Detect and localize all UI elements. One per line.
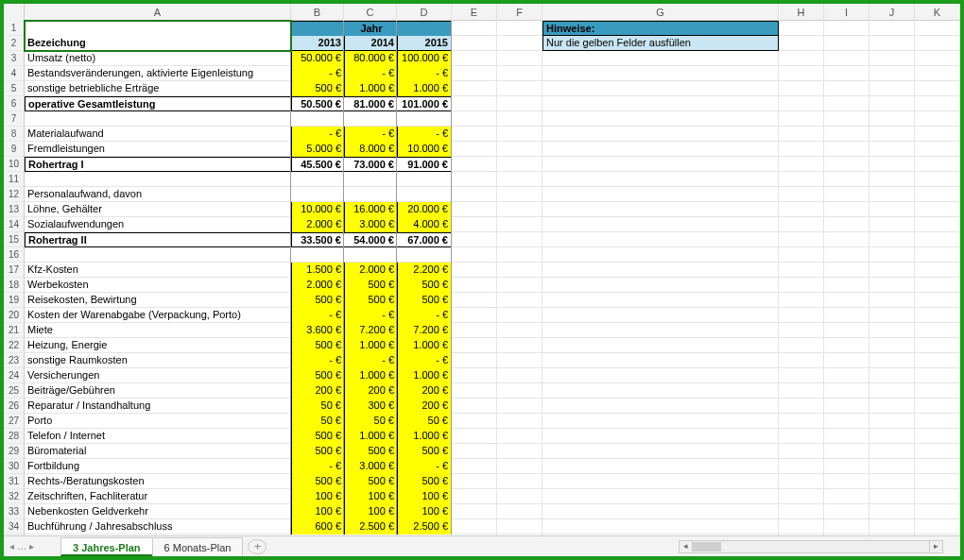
- col-header-J[interactable]: J: [869, 4, 915, 21]
- row-19-label[interactable]: Reisekosten, Bewirtung: [25, 293, 291, 308]
- row-25-label[interactable]: Beiträge/Gebühren: [25, 383, 291, 399]
- row-13-label[interactable]: Löhne, Gehälter: [25, 202, 291, 217]
- row-24-label[interactable]: Versicherungen: [25, 368, 291, 383]
- tab-next-icon[interactable]: ▸: [29, 541, 34, 552]
- row-19-val-2[interactable]: 500 €: [397, 293, 452, 308]
- row-3-val-0[interactable]: 50.000 €: [291, 51, 344, 66]
- scroll-left-icon[interactable]: ◂: [680, 541, 693, 552]
- row-23-val-1[interactable]: - €: [344, 353, 397, 368]
- row-header-21[interactable]: 21: [4, 323, 24, 338]
- row-12-val-1[interactable]: [344, 187, 397, 202]
- row-28-val-1[interactable]: 1.000 €: [344, 429, 397, 444]
- row-28-label[interactable]: Telefon / Internet: [25, 429, 291, 444]
- row-24-val-1[interactable]: 1.000 €: [344, 368, 397, 383]
- row-header-20[interactable]: 20: [4, 308, 24, 323]
- row-13-val-1[interactable]: 16.000 €: [344, 202, 397, 217]
- row-10-label[interactable]: Rohertrag I: [25, 157, 291, 172]
- row-28-val-2[interactable]: 1.000 €: [397, 429, 452, 444]
- row-13-val-2[interactable]: 20.000 €: [397, 202, 452, 217]
- row-header-11[interactable]: 11: [4, 172, 24, 187]
- row-header-8[interactable]: 8: [4, 127, 24, 142]
- row-header-34[interactable]: 34: [4, 519, 24, 535]
- row-5-val-2[interactable]: 1.000 €: [397, 81, 452, 96]
- row-29-val-1[interactable]: 500 €: [344, 444, 397, 459]
- row-25-val-0[interactable]: 200 €: [291, 383, 344, 399]
- row-9-val-2[interactable]: 10.000 €: [397, 142, 452, 157]
- row-header-31[interactable]: 31: [4, 474, 24, 489]
- row-19-val-0[interactable]: 500 €: [291, 293, 344, 308]
- row-6-val-1[interactable]: 81.000 €: [344, 96, 397, 111]
- row-32-val-2[interactable]: 100 €: [397, 489, 452, 504]
- row-9-val-1[interactable]: 8.000 €: [344, 142, 397, 157]
- row-29-val-2[interactable]: 500 €: [397, 444, 452, 459]
- row-23-val-0[interactable]: - €: [291, 353, 344, 368]
- row-17-val-0[interactable]: 1.500 €: [291, 263, 344, 278]
- row-header-27[interactable]: 27: [4, 414, 24, 429]
- row-4-val-0[interactable]: - €: [291, 66, 344, 81]
- row-29-val-0[interactable]: 500 €: [291, 444, 344, 459]
- row-22-val-1[interactable]: 1.000 €: [344, 338, 397, 353]
- row-27-label[interactable]: Porto: [25, 414, 291, 429]
- row-26-val-1[interactable]: 300 €: [344, 399, 397, 414]
- row-14-val-2[interactable]: 4.000 €: [397, 217, 452, 232]
- row-5-val-0[interactable]: 500 €: [291, 81, 344, 96]
- row-header-15[interactable]: 15: [4, 232, 24, 247]
- col-header-K[interactable]: K: [915, 4, 960, 21]
- row-25-val-2[interactable]: 200 €: [397, 383, 452, 399]
- row-24-val-0[interactable]: 500 €: [291, 368, 344, 383]
- row-3-val-2[interactable]: 100.000 €: [397, 51, 452, 66]
- row-4-val-1[interactable]: - €: [344, 66, 397, 81]
- row-header-18[interactable]: 18: [4, 278, 24, 293]
- col-header-E[interactable]: E: [452, 4, 497, 21]
- row-header-26[interactable]: 26: [4, 399, 24, 414]
- row-9-label[interactable]: Fremdleistungen: [25, 142, 291, 157]
- row-31-label[interactable]: Rechts-/Beratungskosten: [25, 474, 291, 489]
- row-7-label[interactable]: [25, 111, 291, 127]
- select-all-corner[interactable]: [4, 4, 25, 21]
- row-3-val-1[interactable]: 80.000 €: [344, 51, 397, 66]
- row-header-23[interactable]: 23: [4, 353, 24, 368]
- col-header-F[interactable]: F: [497, 4, 542, 21]
- row-6-label[interactable]: operative Gesamtleistung: [25, 96, 291, 111]
- row-30-label[interactable]: Fortbildung: [25, 459, 291, 474]
- row-31-val-0[interactable]: 500 €: [291, 474, 344, 489]
- row-18-label[interactable]: Werbekosten: [25, 278, 291, 293]
- row-header-2[interactable]: 2: [4, 36, 24, 51]
- row-10-val-2[interactable]: 91.000 €: [397, 157, 452, 172]
- row-26-label[interactable]: Reparatur / Instandhaltung: [25, 399, 291, 414]
- row-header-16[interactable]: 16: [4, 247, 24, 263]
- row-20-label[interactable]: Kosten der Warenabgabe (Verpackung, Port…: [25, 308, 291, 323]
- sheet-tab-active[interactable]: 3 Jahres-Plan: [60, 537, 153, 556]
- row-27-val-0[interactable]: 50 €: [291, 414, 344, 429]
- row-5-val-1[interactable]: 1.000 €: [344, 81, 397, 96]
- scroll-thumb[interactable]: [693, 542, 721, 552]
- row-20-val-0[interactable]: - €: [291, 308, 344, 323]
- scroll-right-icon[interactable]: ▸: [929, 541, 942, 552]
- row-header-9[interactable]: 9: [4, 142, 24, 157]
- row-header-24[interactable]: 24: [4, 368, 24, 383]
- row-header-10[interactable]: 10: [4, 157, 24, 172]
- row-11-label[interactable]: [25, 172, 291, 187]
- sheet-tab-other[interactable]: 6 Monats-Plan: [152, 537, 244, 556]
- row-5-label[interactable]: sonstige betriebliche Erträge: [25, 81, 291, 96]
- row-header-17[interactable]: 17: [4, 263, 24, 278]
- row-14-val-1[interactable]: 3.000 €: [344, 217, 397, 232]
- row-16-label[interactable]: [25, 247, 291, 263]
- row-20-val-1[interactable]: - €: [344, 308, 397, 323]
- row-21-val-1[interactable]: 7.200 €: [344, 323, 397, 338]
- row-34-val-1[interactable]: 2.500 €: [344, 519, 397, 535]
- row-31-val-2[interactable]: 500 €: [397, 474, 452, 489]
- row-23-label[interactable]: sonstige Raumkosten: [25, 353, 291, 368]
- col-header-G[interactable]: G: [542, 4, 779, 21]
- col-header-B[interactable]: B: [291, 4, 344, 21]
- row-11-val-1[interactable]: [344, 172, 397, 187]
- row-header-6[interactable]: 6: [4, 96, 24, 111]
- col-header-I[interactable]: I: [824, 4, 869, 21]
- row-11-val-0[interactable]: [291, 172, 344, 187]
- tab-first-icon[interactable]: ◂: [9, 541, 14, 552]
- row-18-val-1[interactable]: 500 €: [344, 278, 397, 293]
- row-22-val-0[interactable]: 500 €: [291, 338, 344, 353]
- row-8-val-0[interactable]: - €: [291, 127, 344, 142]
- row-header-4[interactable]: 4: [4, 66, 24, 81]
- row-16-val-0[interactable]: [291, 247, 344, 263]
